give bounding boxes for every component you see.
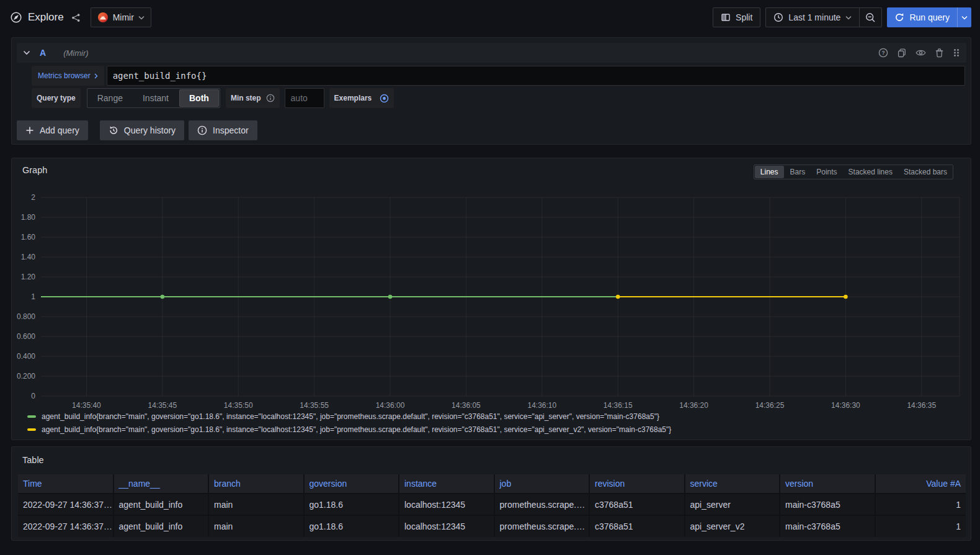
y-axis-tick: 1.40 xyxy=(21,253,36,261)
sync-icon xyxy=(894,12,904,22)
table-cell: main xyxy=(208,494,304,515)
x-axis-tick: 14:36:20 xyxy=(679,401,708,410)
info-circle-icon xyxy=(197,125,207,135)
drag-handle-icon[interactable] xyxy=(953,48,960,58)
table-cell: c3768a51 xyxy=(589,515,685,537)
min-step-label: Min step xyxy=(231,94,261,102)
x-axis-tick: 14:36:10 xyxy=(527,401,556,410)
series-point xyxy=(616,295,620,299)
column-header-service[interactable]: service xyxy=(685,474,780,494)
column-header-value-a[interactable]: Value #A xyxy=(875,474,966,494)
y-axis-tick: 1.80 xyxy=(21,213,36,222)
query-ref-id: A xyxy=(40,48,46,58)
column-header-instance[interactable]: instance xyxy=(399,474,494,494)
column-header--name-[interactable]: __name__ xyxy=(114,474,209,494)
explore-compass-icon xyxy=(10,11,22,24)
query-datasource-hint: (Mimir) xyxy=(63,48,88,58)
add-query-button[interactable]: Add query xyxy=(17,120,88,140)
y-axis-tick: 0.800 xyxy=(17,312,35,321)
chevron-down-icon xyxy=(138,16,145,20)
query-type-option-both[interactable]: Both xyxy=(179,89,219,107)
toolbar: Explore Mimir Split Last 1 minute xyxy=(0,0,980,35)
inspector-label: Inspector xyxy=(213,125,249,135)
trash-icon[interactable] xyxy=(935,48,944,58)
table-cell: 2022-09-27 14:36:37… xyxy=(18,494,114,515)
column-header-time[interactable]: Time xyxy=(18,474,114,494)
exemplars-toggle-icon[interactable] xyxy=(380,94,389,103)
query-expression-input[interactable]: agent_build_info{} xyxy=(107,66,965,86)
legend-series-label: agent_build_info{branch="main", goversio… xyxy=(42,425,671,434)
run-query-button[interactable]: Run query xyxy=(887,7,971,27)
query-row-header: A (Mimir) ? xyxy=(17,43,966,63)
column-header-branch[interactable]: branch xyxy=(208,474,304,494)
inspector-button[interactable]: Inspector xyxy=(189,120,257,140)
x-axis-tick: 14:36:25 xyxy=(755,401,785,410)
time-picker[interactable]: Last 1 minute xyxy=(766,8,859,27)
graph-panel: Graph LinesBarsPointsStacked linesStacke… xyxy=(11,158,971,440)
column-header-job[interactable]: job xyxy=(494,474,590,494)
split-label: Split xyxy=(736,12,752,22)
query-type-option-range[interactable]: Range xyxy=(87,89,133,107)
split-button[interactable]: Split xyxy=(713,7,760,27)
datasource-name: Mimir xyxy=(113,12,134,22)
table-cell: agent_build_info xyxy=(114,494,209,515)
time-range-label: Last 1 minute xyxy=(788,12,840,22)
series-point xyxy=(161,295,165,299)
copy-icon[interactable] xyxy=(897,48,907,58)
table-cell: c3768a51 xyxy=(589,494,685,515)
query-editor-panel: A (Mimir) ? Metrics browser agent_buil xyxy=(11,37,971,145)
min-step-input[interactable]: auto xyxy=(285,88,324,108)
query-type-option-instant[interactable]: Instant xyxy=(133,89,179,107)
history-icon xyxy=(109,125,118,135)
y-axis-tick: 0.600 xyxy=(17,332,35,341)
eye-icon[interactable] xyxy=(915,48,926,57)
y-axis-tick: 1.60 xyxy=(21,233,36,241)
chevron-down-icon xyxy=(845,16,852,20)
run-query-dropdown[interactable] xyxy=(957,7,971,27)
chevron-right-icon xyxy=(94,73,98,79)
zoom-out-button[interactable] xyxy=(859,8,881,27)
table-panel-title: Table xyxy=(22,455,44,465)
table-header-row: Time__name__branchgoversioninstancejobre… xyxy=(18,474,966,494)
query-history-label: Query history xyxy=(124,125,176,135)
x-axis-tick: 14:36:15 xyxy=(604,401,633,410)
y-axis-tick: 0.400 xyxy=(17,352,35,361)
table-cell: 1 xyxy=(875,494,966,515)
datasource-picker[interactable]: Mimir xyxy=(91,7,151,27)
y-axis-tick: 0 xyxy=(31,392,35,400)
query-history-button[interactable]: Query history xyxy=(100,120,184,140)
zoom-out-icon xyxy=(865,12,876,23)
column-header-version[interactable]: version xyxy=(780,474,875,494)
add-query-label: Add query xyxy=(40,125,79,135)
table-cell: prometheus.scrape.… xyxy=(494,515,590,537)
help-icon[interactable]: ? xyxy=(878,48,888,58)
y-axis-tick: 0.200 xyxy=(17,372,35,381)
graph-legend: agent_build_info{branch="main", goversio… xyxy=(27,410,671,436)
legend-item[interactable]: agent_build_info{branch="main", goversio… xyxy=(27,423,671,437)
table-row: 2022-09-27 14:36:37…agent_build_infomain… xyxy=(18,515,966,537)
x-axis-tick: 14:36:00 xyxy=(376,401,405,410)
x-axis-tick: 14:36:30 xyxy=(831,401,860,410)
table-cell: go1.18.6 xyxy=(304,494,399,515)
x-axis-tick: 14:35:45 xyxy=(148,401,177,410)
metrics-browser-button[interactable]: Metrics browser xyxy=(32,66,104,86)
series-point xyxy=(388,295,393,299)
clock-icon xyxy=(773,12,783,22)
table-cell: api_server_v2 xyxy=(685,515,780,537)
table-cell: api_server xyxy=(685,494,780,515)
x-axis-tick: 14:36:35 xyxy=(907,401,936,410)
query-type-radio-group: RangeInstantBoth xyxy=(87,88,220,108)
column-header-revision[interactable]: revision xyxy=(589,474,685,494)
column-header-goversion[interactable]: goversion xyxy=(304,474,399,494)
table-row: 2022-09-27 14:36:37…agent_build_infomain… xyxy=(18,494,966,515)
x-axis-tick: 14:35:40 xyxy=(72,401,101,410)
legend-item[interactable]: agent_build_info{branch="main", goversio… xyxy=(27,410,671,423)
x-axis-tick: 14:35:55 xyxy=(300,401,329,410)
exemplars-label: Exemplars xyxy=(334,94,372,102)
collapse-chevron-icon[interactable] xyxy=(23,50,30,55)
share-icon[interactable] xyxy=(71,13,81,22)
table-cell: main-c3768a5 xyxy=(780,494,875,515)
svg-text:?: ? xyxy=(881,50,884,56)
plus-icon xyxy=(25,126,34,135)
table-cell: localhost:12345 xyxy=(399,515,494,537)
